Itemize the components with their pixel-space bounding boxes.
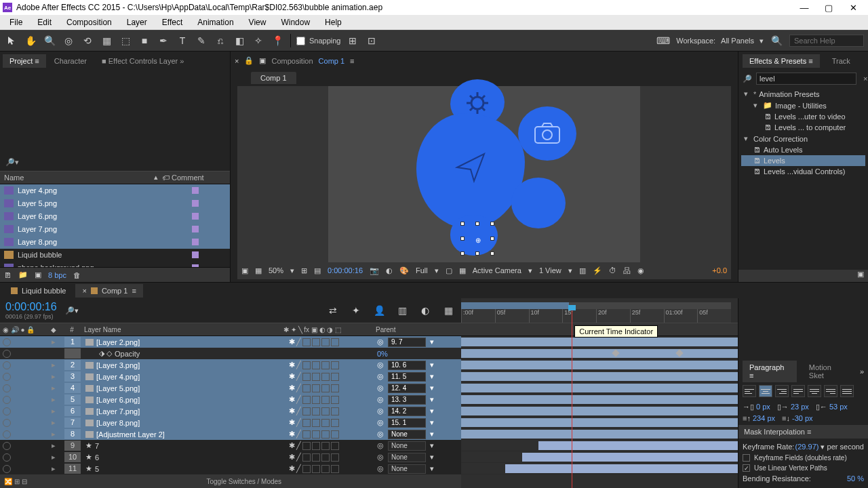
align-center-button[interactable] [759, 385, 772, 397]
tree-color-correction[interactable]: ▾Color Correction [741, 133, 865, 144]
tree-fx-levels[interactable]: 🖺 Levels [741, 155, 865, 166]
view-count-dropdown[interactable]: 1 View [539, 266, 561, 274]
parent-dropdown[interactable]: 13. 3 [388, 395, 426, 405]
quality-switch[interactable] [302, 442, 311, 450]
track-row[interactable] [461, 451, 738, 463]
clear-search-icon[interactable]: × [861, 75, 868, 83]
always-preview-icon[interactable]: ▣ [241, 266, 248, 275]
keyboard-icon[interactable]: ⌨ [656, 33, 671, 48]
layer-name[interactable]: Opacity [115, 350, 140, 358]
shy-switch[interactable]: ✱ [289, 384, 295, 392]
fx-switch[interactable] [312, 453, 320, 462]
layer-name[interactable]: [Layer 3.png] [96, 361, 140, 369]
menu-animation[interactable]: Animation [191, 16, 240, 28]
parent-dropdown[interactable]: 14. 2 [388, 407, 426, 416]
lock-icon[interactable]: 🔒 [244, 56, 254, 65]
layer-name[interactable]: [Layer 8.png] [96, 419, 140, 427]
pickwhip-icon[interactable]: ◎ [377, 407, 384, 415]
viewer-tab-comp1[interactable]: Comp 1 [251, 72, 296, 84]
pickwhip-icon[interactable]: ◎ [377, 338, 384, 346]
visibility-toggle[interactable] [3, 338, 11, 346]
resolution-dropdown[interactable]: Full [416, 266, 428, 274]
type-tool-icon[interactable]: T [175, 33, 190, 48]
camera-dropdown[interactable]: Active Camera [473, 266, 521, 274]
tree-image-utilities[interactable]: ▾📁 Image - Utilities [741, 100, 865, 111]
ruler-tick[interactable]: 25f [630, 309, 664, 323]
pickwhip-icon[interactable]: ◎ [377, 464, 384, 473]
motion-blur-switch[interactable] [331, 373, 339, 381]
layer-duration-bar[interactable] [461, 338, 738, 346]
motion-blur-switch[interactable] [331, 453, 339, 462]
brush-tool-icon[interactable]: ✎ [194, 33, 209, 48]
shy-switch[interactable]: ✱ [289, 441, 295, 450]
justify-right-button[interactable] [824, 385, 837, 397]
quality-switch[interactable] [302, 361, 311, 369]
layer-name[interactable]: [Layer 4.png] [96, 373, 140, 381]
snapping-checkbox[interactable] [296, 37, 305, 45]
project-item[interactable]: Layer 8.png [0, 236, 230, 249]
layer-name[interactable]: [Layer 2.png] [96, 338, 140, 346]
align-right-button[interactable] [775, 385, 789, 397]
visibility-toggle[interactable] [3, 453, 11, 462]
parent-dropdown[interactable]: 11. 5 [388, 372, 426, 382]
layer-name[interactable]: 5 [95, 465, 99, 473]
layer-duration-bar[interactable] [461, 361, 738, 369]
search-help-input[interactable] [789, 35, 864, 47]
twirl-icon[interactable]: ▸ [43, 418, 64, 427]
fx-switch[interactable] [312, 407, 320, 415]
new-folder-icon[interactable]: 📁 [18, 270, 28, 279]
timeline-layer-row[interactable]: ▸ 2 [Layer 3.png] ✱ ╱ ◎10. 6▾ [0, 359, 461, 371]
rotate-tool-icon[interactable]: ⟲ [80, 33, 95, 48]
fx-switch[interactable] [312, 419, 320, 427]
tree-preset-levels-computer[interactable]: 🖺 Levels ... to computer [741, 122, 865, 133]
close-button[interactable]: ✕ [841, 0, 865, 15]
indent-first-value[interactable]: 23 px [791, 403, 809, 411]
visibility-toggle[interactable] [3, 465, 11, 473]
layer-duration-bar[interactable] [461, 372, 738, 381]
effects-search-input[interactable] [756, 73, 856, 85]
project-item[interactable]: Layer 5.png [0, 197, 230, 210]
track-row[interactable] [461, 417, 738, 428]
roto-tool-icon[interactable]: ✧ [251, 33, 266, 48]
twirl-icon[interactable]: ▸ [43, 464, 64, 473]
quality-switch[interactable] [302, 465, 311, 473]
twirl-icon[interactable]: ▸ [43, 384, 64, 392]
quality-switch[interactable] [302, 384, 311, 392]
expand-icon[interactable]: 🔀 ⊞ ⊟ [0, 478, 27, 485]
panel-menu-icon[interactable]: ≡ [350, 57, 354, 65]
justify-left-button[interactable] [791, 385, 805, 397]
layer-duration-bar[interactable] [505, 464, 738, 473]
shy-switch[interactable]: ✱ [289, 407, 295, 415]
quality-switch[interactable] [302, 430, 311, 439]
pixel-aspect-icon[interactable]: ▥ [579, 266, 586, 275]
label-swatch[interactable] [192, 200, 199, 207]
pickwhip-icon[interactable]: ◎ [377, 384, 384, 392]
collapse-switch[interactable]: ╱ [296, 418, 301, 427]
frame-blend-switch[interactable] [321, 361, 330, 369]
fx-switch[interactable] [312, 442, 320, 450]
label-swatch[interactable] [192, 213, 199, 220]
indent-right-value[interactable]: 53 px [829, 403, 848, 411]
graph-editor-icon[interactable]: ▦ [441, 303, 456, 318]
ruler-tick[interactable]: 01:00f [664, 309, 698, 323]
timeline-tracks[interactable] [461, 336, 738, 488]
parent-dropdown[interactable]: None [388, 464, 426, 474]
bpc-indicator[interactable]: 8 bpc [48, 271, 66, 279]
parent-dropdown[interactable]: 10. 6 [388, 361, 426, 370]
unified-camera-icon[interactable]: ▦ [99, 33, 114, 48]
motion-blur-switch[interactable] [331, 442, 339, 450]
channel-icon[interactable]: ◐ [386, 266, 393, 275]
quality-switch[interactable] [302, 373, 311, 381]
timeline-layer-row[interactable]: ▸ 3 [Layer 4.png] ✱ ╱ ◎11. 5▾ [0, 371, 461, 382]
menu-layer[interactable]: Layer [120, 16, 154, 28]
menu-view[interactable]: View [242, 16, 273, 28]
frame-blend-switch[interactable] [321, 465, 330, 473]
menu-window[interactable]: Window [274, 16, 317, 28]
property-value[interactable]: 0% [377, 350, 388, 358]
track-row[interactable] [461, 394, 738, 405]
tab-project[interactable]: Project ≡ [3, 54, 46, 68]
motion-blur-switch[interactable] [331, 419, 339, 427]
exposure-value[interactable]: +0.0 [712, 266, 727, 274]
align-left-button[interactable] [743, 385, 756, 397]
collapse-switch[interactable]: ╱ [296, 361, 301, 369]
